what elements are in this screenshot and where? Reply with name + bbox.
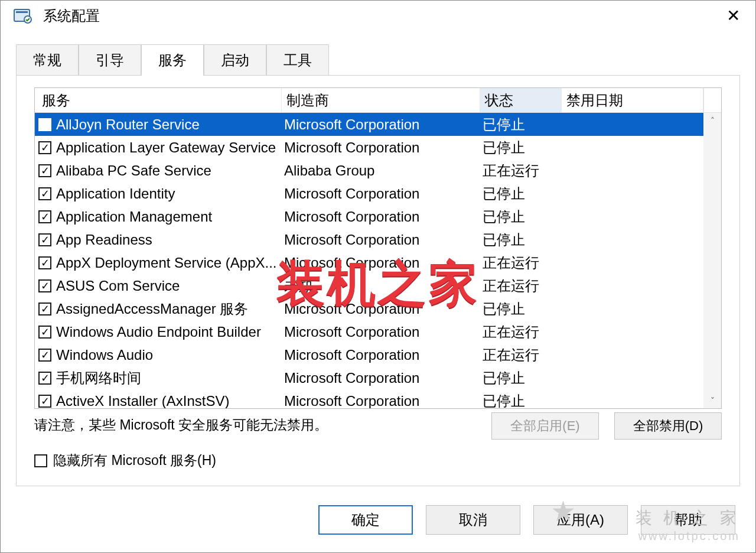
- service-row[interactable]: ✓Application ManagementMicrosoft Corpora…: [35, 205, 703, 228]
- manufacturer-cell: Microsoft Corporation: [282, 232, 480, 248]
- tab-startup[interactable]: 启动: [204, 44, 266, 76]
- service-name: App Readiness: [56, 232, 152, 248]
- window-title: 系统配置: [43, 6, 100, 25]
- service-row[interactable]: ✓App ReadinessMicrosoft Corporation已停止: [35, 228, 703, 251]
- manufacturer-cell: Microsoft Corporation: [282, 324, 480, 340]
- disable-all-button[interactable]: 全部禁用(D): [614, 412, 722, 440]
- status-cell: 已停止: [480, 184, 562, 203]
- manufacturer-cell: Microsoft Corporation: [282, 370, 480, 386]
- service-row[interactable]: ✓AllJoyn Router ServiceMicrosoft Corpora…: [35, 113, 703, 136]
- service-name: Alibaba PC Safe Service: [56, 162, 211, 179]
- manufacturer-cell: 未知: [282, 276, 480, 295]
- hide-ms-services-checkbox[interactable]: 隐藏所有 Microsoft 服务(H): [34, 451, 216, 470]
- row-checkbox[interactable]: ✓: [38, 349, 51, 362]
- help-button[interactable]: 帮助: [641, 505, 735, 535]
- msconfig-window: 系统配置 ✕ 常规 引导 服务 启动 工具 服务 制造商 状态 禁用日期 ✓Al…: [0, 0, 756, 553]
- column-header-manufacturer[interactable]: 制造商: [282, 88, 480, 112]
- dialog-button-bar: 确定 取消 应用(A) 帮助: [1, 487, 755, 552]
- status-cell: 正在运行: [480, 276, 562, 295]
- tab-boot[interactable]: 引导: [79, 44, 141, 76]
- enable-all-button[interactable]: 全部启用(E): [491, 412, 599, 440]
- list-body: ✓AllJoyn Router ServiceMicrosoft Corpora…: [35, 113, 703, 408]
- service-row[interactable]: ✓AppX Deployment Service (AppX...Microso…: [35, 251, 703, 274]
- under-list-area: 请注意，某些 Microsoft 安全服务可能无法禁用。 全部启用(E) 全部禁…: [34, 409, 722, 486]
- service-row[interactable]: ✓Application Layer Gateway ServiceMicros…: [35, 136, 703, 159]
- row-checkbox[interactable]: ✓: [38, 118, 51, 131]
- service-row[interactable]: ✓Application IdentityMicrosoft Corporati…: [35, 182, 703, 205]
- service-name: Windows Audio: [56, 347, 153, 363]
- manufacturer-cell: Microsoft Corporation: [282, 139, 480, 156]
- status-cell: 已停止: [480, 115, 562, 134]
- service-row[interactable]: ✓手机网络时间Microsoft Corporation已停止: [35, 366, 703, 389]
- service-row[interactable]: ✓ActiveX Installer (AxInstSV)Microsoft C…: [35, 389, 703, 408]
- status-cell: 正在运行: [480, 346, 562, 365]
- row-checkbox[interactable]: ✓: [38, 141, 51, 154]
- status-cell: 已停止: [480, 230, 562, 249]
- service-name: 手机网络时间: [56, 369, 141, 388]
- service-row[interactable]: ✓Alibaba PC Safe ServiceAlibaba Group正在运…: [35, 159, 703, 182]
- status-cell: 正在运行: [480, 253, 562, 272]
- app-icon: [14, 8, 32, 24]
- row-checkbox[interactable]: ✓: [38, 395, 51, 408]
- manufacturer-cell: Microsoft Corporation: [282, 186, 480, 202]
- cancel-button[interactable]: 取消: [426, 505, 520, 535]
- service-row[interactable]: ✓AssignedAccessManager 服务Microsoft Corpo…: [35, 297, 703, 320]
- service-name: AppX Deployment Service (AppX...: [56, 255, 277, 271]
- tab-tools[interactable]: 工具: [266, 44, 329, 76]
- service-name: ActiveX Installer (AxInstSV): [56, 393, 229, 409]
- apply-button[interactable]: 应用(A): [533, 505, 628, 535]
- row-checkbox[interactable]: ✓: [38, 302, 51, 315]
- tabstrip: 常规 引导 服务 启动 工具: [1, 45, 755, 75]
- tab-services[interactable]: 服务: [141, 44, 204, 76]
- scroll-down-button[interactable]: ˅: [703, 393, 721, 408]
- row-checkbox[interactable]: ✓: [38, 279, 51, 292]
- services-list: 服务 制造商 状态 禁用日期 ✓AllJoyn Router ServiceMi…: [34, 87, 722, 409]
- status-cell: 已停止: [480, 300, 562, 318]
- column-header-row: 服务 制造商 状态 禁用日期: [35, 88, 721, 113]
- status-cell: 正在运行: [480, 161, 562, 180]
- manufacturer-cell: Microsoft Corporation: [282, 301, 480, 317]
- status-cell: 已停止: [480, 392, 562, 409]
- manufacturer-cell: Microsoft Corporation: [282, 116, 480, 133]
- vertical-scrollbar[interactable]: ˄ ˅: [703, 113, 721, 408]
- service-name: ASUS Com Service: [56, 278, 180, 294]
- service-name: Application Identity: [56, 186, 175, 202]
- row-checkbox[interactable]: ✓: [38, 256, 51, 269]
- hide-ms-label: 隐藏所有 Microsoft 服务(H): [53, 451, 216, 470]
- row-checkbox[interactable]: ✓: [38, 233, 51, 246]
- tab-body: 服务 制造商 状态 禁用日期 ✓AllJoyn Router ServiceMi…: [16, 75, 740, 486]
- manufacturer-cell: Microsoft Corporation: [282, 347, 480, 363]
- row-checkbox[interactable]: ✓: [38, 187, 51, 200]
- column-header-status[interactable]: 状态: [480, 88, 562, 112]
- status-cell: 已停止: [480, 138, 562, 157]
- close-button[interactable]: ✕: [718, 4, 748, 28]
- service-name: AssignedAccessManager 服务: [56, 300, 248, 318]
- scroll-up-button[interactable]: ˄: [703, 113, 721, 128]
- manufacturer-cell: Microsoft Corporation: [282, 393, 480, 409]
- manufacturer-cell: Microsoft Corporation: [282, 255, 480, 271]
- svg-rect-1: [16, 11, 28, 13]
- service-row[interactable]: ✓Windows AudioMicrosoft Corporation正在运行: [35, 343, 703, 366]
- service-name: Application Layer Gateway Service: [56, 139, 276, 156]
- row-checkbox[interactable]: ✓: [38, 210, 51, 223]
- status-cell: 已停止: [480, 369, 562, 388]
- column-header-disabled-date[interactable]: 禁用日期: [562, 88, 703, 112]
- row-checkbox[interactable]: ✓: [38, 164, 51, 177]
- service-name: AllJoyn Router Service: [56, 116, 200, 133]
- titlebar: 系统配置 ✕: [1, 1, 755, 31]
- checkbox-icon: [34, 454, 47, 467]
- row-checkbox[interactable]: ✓: [38, 326, 51, 339]
- scroll-header-gap: [703, 88, 721, 112]
- column-header-service[interactable]: 服务: [35, 88, 282, 112]
- note-text: 请注意，某些 Microsoft 安全服务可能无法禁用。: [34, 416, 328, 434]
- tab-general[interactable]: 常规: [16, 44, 79, 76]
- manufacturer-cell: Microsoft Corporation: [282, 209, 480, 225]
- service-name: Application Management: [56, 209, 212, 225]
- service-row[interactable]: ✓Windows Audio Endpoint BuilderMicrosoft…: [35, 320, 703, 343]
- manufacturer-cell: Alibaba Group: [282, 162, 480, 179]
- ok-button[interactable]: 确定: [318, 505, 413, 535]
- row-checkbox[interactable]: ✓: [38, 372, 51, 385]
- service-row[interactable]: ✓ASUS Com Service未知正在运行: [35, 274, 703, 297]
- status-cell: 已停止: [480, 207, 562, 226]
- service-name: Windows Audio Endpoint Builder: [56, 324, 261, 340]
